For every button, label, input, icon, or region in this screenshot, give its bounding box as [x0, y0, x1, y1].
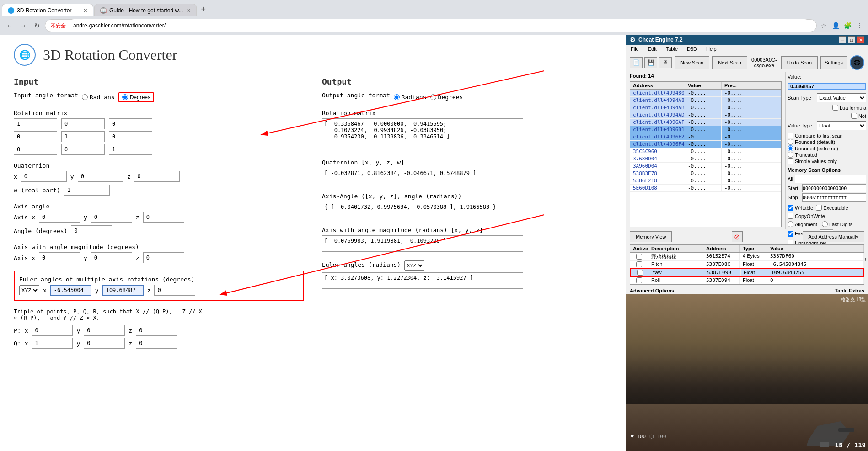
list-item[interactable]: 37680D04 -0.... -0.... — [630, 155, 781, 163]
list-item[interactable]: 3A960D04 -0.... -0.... — [630, 163, 781, 170]
not-label[interactable]: Not — [851, 113, 866, 119]
back-button[interactable]: ← — [4, 20, 16, 32]
list-item[interactable]: 35C5C960 -0.... -0.... — [630, 148, 781, 155]
list-item[interactable]: client.dll+4D96F20 -0.... -0.... — [630, 133, 781, 141]
euler-order-select[interactable]: XYZ — [19, 285, 39, 295]
ce-icon-btn-2[interactable]: 💾 — [644, 57, 657, 68]
axis-y-input[interactable] — [91, 212, 132, 223]
compare-first-scan-label[interactable]: Compare to first scan — [788, 133, 866, 138]
row-checkbox-1[interactable] — [636, 261, 642, 267]
ce-minimize-btn[interactable]: ─ — [839, 36, 846, 43]
ce-icon-btn-3[interactable]: 🖥 — [659, 57, 672, 68]
axis-mag-x-input[interactable] — [39, 252, 80, 263]
degrees-radio[interactable] — [122, 94, 128, 100]
truncated-radio[interactable] — [788, 152, 793, 158]
matrix-2-1[interactable] — [61, 144, 105, 155]
p-x-input[interactable] — [32, 325, 73, 336]
list-item[interactable]: client.dll+4D94A8 -0.... -0.... — [630, 97, 781, 104]
radians-radio-label[interactable]: Radians — [82, 94, 115, 101]
matrix-1-2[interactable] — [109, 131, 152, 142]
q-y-input[interactable] — [84, 338, 125, 349]
list-item[interactable]: 53B6F218 -0.... -0.... — [630, 177, 781, 185]
quat-w-input[interactable] — [64, 185, 110, 196]
list-item[interactable]: client.dll+4D96F48 -0.... -0.... — [630, 141, 781, 148]
matrix-0-2[interactable] — [109, 118, 152, 129]
radians-radio[interactable] — [82, 94, 88, 100]
tab-close-2[interactable]: × — [187, 7, 190, 14]
rounded-extreme-radio[interactable] — [788, 145, 793, 151]
bookmark-icon[interactable]: ☆ — [819, 21, 829, 31]
ce-value-input[interactable] — [788, 83, 866, 90]
copy-on-write-checkbox[interactable] — [788, 213, 793, 219]
simple-values-checkbox[interactable] — [788, 158, 793, 164]
last-digits-radio[interactable] — [822, 221, 828, 227]
profile-icon[interactable]: 👤 — [830, 21, 841, 31]
settings-button[interactable]: Settings — [820, 56, 847, 69]
output-axis-angle-textarea[interactable]: { [ -0.0401732, 0.9975634, -0.0570388 ],… — [322, 202, 523, 218]
alignment-radio[interactable] — [788, 221, 793, 227]
table-row[interactable]: Pitch 5387E08C Float -6.545004845 — [630, 261, 864, 268]
copy-on-write-label[interactable]: CopyOnWrite — [788, 213, 866, 219]
table-row-yaw[interactable]: Yaw 5387E090 Float 109.6848755 — [630, 268, 864, 277]
degrees-radio-highlighted[interactable]: Degrees — [118, 92, 154, 102]
ce-menu-d3d[interactable]: D3D — [682, 45, 702, 53]
axis-mag-z-input[interactable] — [143, 252, 184, 263]
matrix-1-1[interactable] — [61, 131, 105, 142]
stop-input[interactable] — [802, 193, 866, 202]
reload-button[interactable]: ↻ — [31, 20, 43, 32]
compare-first-scan-checkbox[interactable] — [788, 133, 793, 138]
truncated-label[interactable]: Truncated — [788, 152, 866, 158]
output-euler-textarea[interactable]: [ x: 3.0273608, y: 1.2272304, z: -3.1415… — [322, 272, 523, 289]
executable-label[interactable]: Executable — [816, 205, 848, 211]
forward-button[interactable]: → — [17, 20, 29, 32]
ce-menu-help[interactable]: Help — [702, 45, 721, 53]
lua-checkbox[interactable] — [832, 105, 838, 111]
euler-z-input[interactable] — [154, 285, 195, 296]
q-z-input[interactable] — [136, 338, 177, 349]
angle-degrees-input[interactable] — [71, 225, 112, 236]
p-y-input[interactable] — [84, 325, 125, 336]
new-tab-button[interactable]: + — [198, 5, 210, 14]
more-icon[interactable]: ⋮ — [854, 21, 864, 31]
next-scan-button[interactable]: Next Scan — [712, 56, 747, 69]
table-row[interactable]: 野鸡粘粘粒 30152E74 4 Bytes 5387DF60 — [630, 253, 864, 261]
output-euler-order[interactable]: XYZ — [404, 260, 424, 271]
list-item[interactable]: client.dll+4D96AF0 -0.... -0.... — [630, 119, 781, 126]
ce-close-btn[interactable]: ✕ — [857, 36, 864, 43]
all-dropdown[interactable] — [795, 175, 866, 183]
output-degrees-radio[interactable] — [430, 94, 436, 100]
memory-view-button[interactable]: Memory View — [630, 231, 672, 242]
matrix-2-2[interactable] — [109, 144, 152, 155]
output-axis-magnitude-textarea[interactable]: [ -0.0769983, 1.9119881, -0.1093239 ] — [322, 235, 523, 252]
new-scan-button[interactable]: New Scan — [675, 56, 709, 69]
euler-x-input[interactable] — [50, 285, 91, 296]
tab-close-1[interactable]: × — [84, 7, 87, 14]
ce-menu-file[interactable]: File — [626, 45, 643, 53]
executable-checkbox[interactable] — [816, 205, 822, 211]
list-item[interactable]: 538B3E78 -0.... -0.... — [630, 170, 781, 177]
ce-icon-btn-1[interactable]: 📄 — [630, 57, 643, 68]
alignment-label[interactable]: Alignment — [788, 221, 817, 227]
list-item[interactable]: client.dll+4D94AB -0.... -0.... — [630, 104, 781, 111]
euler-y-input[interactable] — [102, 285, 144, 296]
writable-label[interactable]: Writable — [788, 205, 813, 211]
tab-inactive[interactable]: 📖 Guide - How to get started w... × — [94, 4, 197, 16]
add-manually-button[interactable]: Add Address Manually — [803, 231, 864, 242]
start-input[interactable] — [802, 184, 866, 192]
stop-button[interactable]: ⊘ — [732, 231, 743, 242]
q-x-input[interactable] — [32, 338, 73, 349]
simple-values-label[interactable]: Simple values only — [788, 158, 866, 164]
output-rotation-matrix-textarea[interactable]: [ -0.3368467 0.0000000, 0.9415595; 0.107… — [322, 118, 523, 150]
extension-icon[interactable]: 🧩 — [842, 21, 852, 31]
table-row[interactable]: Roll 5387E094 Float 0 — [630, 277, 864, 284]
quat-y-input[interactable] — [78, 171, 123, 182]
ce-menu-table[interactable]: Table — [661, 45, 682, 53]
ce-value-type-select[interactable]: Float — [817, 121, 866, 130]
undo-scan-button[interactable]: Undo Scan — [781, 56, 818, 69]
p-z-input[interactable] — [136, 325, 177, 336]
not-checkbox[interactable] — [851, 113, 857, 119]
ce-scan-type-select[interactable]: Exact Value — [817, 93, 866, 102]
rounded-default-radio[interactable] — [788, 139, 793, 145]
rounded-extreme-label[interactable]: Rounded (extreme) — [788, 145, 866, 151]
axis-z-input[interactable] — [143, 212, 184, 223]
